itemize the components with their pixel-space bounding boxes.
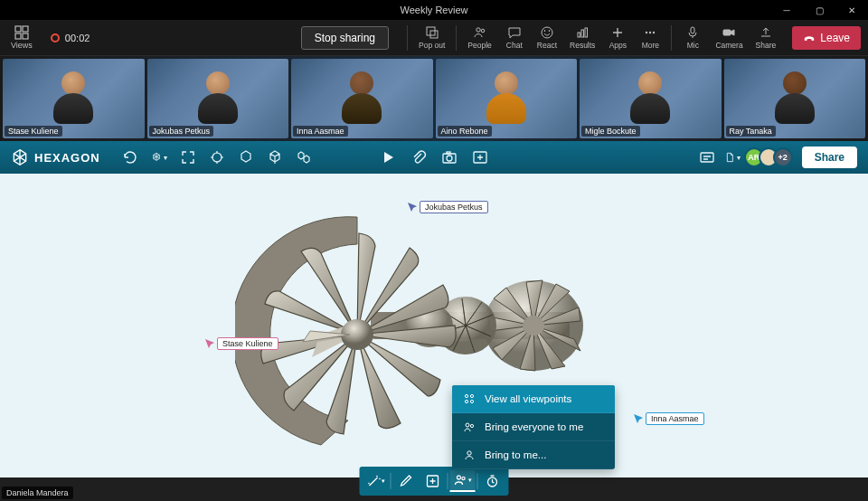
svg-point-39: [458, 476, 461, 479]
camera-button[interactable]: Camera: [710, 24, 748, 52]
avatar-stack[interactable]: AR +2: [750, 147, 793, 167]
participant-tile[interactable]: Ray Tanaka: [724, 59, 866, 138]
svg-rect-22: [447, 152, 450, 154]
remote-cursor: Jokubas Petkus: [407, 201, 488, 213]
apps-button[interactable]: Apps: [602, 24, 633, 52]
svg-rect-13: [585, 28, 588, 37]
react-button[interactable]: React: [532, 24, 562, 52]
cube-single-icon[interactable]: [238, 149, 254, 165]
participant-strip: Stase Kuliene Jokubas Petkus Inna Aasmae…: [0, 56, 868, 141]
share-button-top[interactable]: Share: [750, 24, 782, 52]
svg-rect-5: [430, 31, 438, 38]
recording-indicator: 00:02: [51, 33, 90, 43]
participant-tile[interactable]: Aino Rebone: [436, 59, 578, 138]
svg-point-19: [212, 153, 222, 162]
participant-tile[interactable]: Stase Kuliene: [3, 59, 145, 138]
wand-dropdown-icon[interactable]: ▾: [363, 470, 389, 492]
svg-rect-0: [15, 26, 21, 32]
pen-icon[interactable]: [393, 470, 419, 492]
svg-rect-18: [723, 30, 731, 35]
target-icon[interactable]: [209, 149, 225, 165]
menu-item-bring-everyone[interactable]: Bring everyone to me: [452, 413, 615, 441]
remote-cursor: Inna Aasmae: [633, 412, 704, 425]
svg-rect-11: [578, 33, 580, 37]
svg-point-8: [542, 27, 552, 38]
svg-point-16: [653, 32, 655, 33]
recording-time: 00:02: [65, 33, 90, 43]
cube-link-icon[interactable]: [296, 149, 312, 165]
views-label: Views: [11, 41, 33, 50]
participant-tile[interactable]: Migle Bockute: [580, 59, 722, 138]
views-button[interactable]: Views: [7, 24, 36, 52]
svg-rect-12: [581, 30, 584, 37]
svg-rect-1: [23, 26, 28, 32]
play-icon[interactable]: [380, 149, 396, 165]
cube-wire-icon[interactable]: [267, 149, 283, 165]
people-dropdown-icon[interactable]: ▾: [450, 470, 476, 492]
participant-tile[interactable]: Jokubas Petkus: [147, 59, 289, 138]
svg-point-27: [523, 316, 544, 336]
model-canvas[interactable]: [0, 174, 868, 477]
avatar-overflow: +2: [773, 147, 793, 167]
cube-dropdown-icon[interactable]: ▾: [151, 149, 167, 165]
svg-point-36: [470, 424, 473, 427]
menu-item-view-all[interactable]: View all viewpoints: [452, 385, 615, 413]
messages-icon[interactable]: [699, 149, 715, 165]
svg-rect-3: [23, 33, 28, 39]
svg-rect-17: [691, 27, 694, 33]
svg-point-37: [467, 451, 471, 455]
share-button[interactable]: Share: [802, 147, 857, 168]
close-button[interactable]: ✕: [835, 0, 868, 20]
hexagon-toolbar: HEXAGON ▾ ▾ AR +2 Share: [0, 141, 868, 174]
svg-point-6: [476, 28, 479, 32]
svg-point-40: [462, 477, 465, 479]
status-username: Daniela Mandera: [2, 487, 73, 499]
maximize-button[interactable]: ▢: [803, 0, 835, 20]
remote-cursor: Stase Kuliene: [204, 337, 278, 350]
attach-icon[interactable]: [410, 149, 427, 165]
participant-tile[interactable]: Inna Aasmae: [291, 59, 433, 138]
svg-point-21: [447, 156, 452, 161]
popout-button[interactable]: Pop out: [413, 24, 450, 52]
svg-point-10: [549, 31, 550, 32]
timer-icon[interactable]: [480, 470, 505, 492]
viewpoints-menu: View all viewpoints Bring everyone to me…: [452, 385, 615, 469]
add-note-icon[interactable]: [420, 470, 446, 492]
results-button[interactable]: Results: [564, 24, 600, 52]
menu-item-bring-one[interactable]: Bring to me...: [452, 441, 615, 469]
bottom-toolbar: ▾ ▾: [360, 467, 509, 496]
svg-point-9: [544, 31, 545, 32]
hexagon-logo[interactable]: HEXAGON: [11, 148, 100, 166]
record-icon: [51, 33, 60, 43]
stop-sharing-button[interactable]: Stop sharing: [301, 26, 389, 50]
svg-point-35: [466, 423, 469, 427]
svg-point-14: [646, 32, 647, 33]
svg-point-15: [649, 32, 651, 33]
people-button[interactable]: People: [462, 24, 496, 52]
window-title: Weekly Review: [401, 5, 468, 15]
minimize-button[interactable]: ─: [770, 0, 803, 20]
camera-icon[interactable]: [441, 149, 458, 165]
mic-button[interactable]: Mic: [677, 24, 708, 52]
more-button[interactable]: More: [635, 24, 665, 52]
leave-button[interactable]: Leave: [792, 26, 861, 50]
svg-point-33: [465, 400, 467, 402]
refresh-icon[interactable]: [122, 149, 138, 165]
document-dropdown-icon[interactable]: ▾: [724, 149, 741, 165]
svg-point-32: [470, 394, 473, 397]
svg-rect-24: [701, 153, 713, 162]
fullscreen-icon[interactable]: [180, 149, 196, 165]
svg-rect-2: [15, 33, 21, 39]
add-panel-icon[interactable]: [472, 149, 488, 165]
svg-point-7: [481, 29, 485, 33]
svg-point-34: [470, 400, 473, 402]
svg-point-31: [465, 394, 467, 397]
chat-button[interactable]: Chat: [499, 24, 530, 52]
